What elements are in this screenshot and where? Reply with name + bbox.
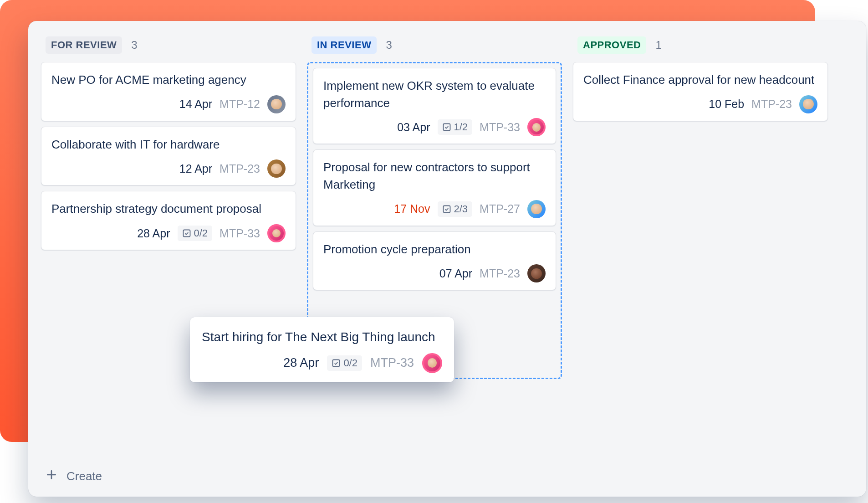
due-date: 12 Apr: [179, 162, 212, 175]
card-list: New PO for ACME marketing agency 14 Apr …: [41, 62, 296, 250]
column-approved: APPROVED 1 Collect Finance approval for …: [573, 34, 828, 488]
ticket-key: MTP-33: [480, 121, 520, 134]
checklist-badge: 1/2: [438, 119, 473, 135]
create-label: Create: [66, 469, 102, 483]
due-date: 07 Apr: [439, 267, 472, 280]
dragging-card[interactable]: Start hiring for The Next Big Thing laun…: [190, 317, 454, 382]
assignee-avatar[interactable]: [267, 95, 286, 113]
assignee-avatar[interactable]: [267, 159, 286, 178]
checklist-icon: [442, 123, 451, 132]
kanban-board: FOR REVIEW 3 New PO for ACME marketing a…: [28, 21, 866, 497]
column-header[interactable]: IN REVIEW 3: [307, 34, 562, 62]
card-title: New PO for ACME marketing agency: [51, 72, 286, 89]
card-title: Implement new OKR system to evaluate per…: [323, 77, 546, 112]
assignee-avatar[interactable]: [527, 200, 546, 218]
card-title: Partnership strategy document proposal: [51, 200, 286, 218]
ticket-key: MTP-23: [751, 98, 792, 111]
kanban-card[interactable]: Implement new OKR system to evaluate per…: [313, 68, 556, 144]
column-title-badge: APPROVED: [577, 36, 646, 54]
kanban-card[interactable]: Proposal for new contractors to support …: [313, 149, 556, 226]
kanban-card[interactable]: Partnership strategy document proposal 2…: [41, 191, 296, 250]
card-title: Start hiring for The Next Big Thing laun…: [202, 328, 442, 347]
card-title: Proposal for new contractors to support …: [323, 159, 546, 193]
kanban-card[interactable]: Collaborate with IT for hardware 12 Apr …: [41, 127, 296, 186]
ticket-key: MTP-27: [480, 202, 520, 216]
column-header[interactable]: APPROVED 1: [573, 34, 828, 62]
kanban-card[interactable]: Collect Finance approval for new headcou…: [573, 62, 828, 121]
card-title: Collect Finance approval for new headcou…: [583, 72, 817, 89]
due-date: 28 Apr: [283, 356, 319, 370]
column-count: 3: [386, 39, 392, 51]
column-title-badge: FOR REVIEW: [46, 36, 122, 54]
checklist-badge: 2/3: [438, 201, 473, 217]
kanban-card[interactable]: Promotion cycle preparation 07 Apr MTP-2…: [313, 231, 556, 291]
assignee-avatar[interactable]: [527, 264, 546, 282]
due-date: 28 Apr: [137, 227, 170, 240]
checklist-count: 2/3: [454, 203, 468, 215]
ticket-key: MTP-33: [220, 227, 260, 240]
checklist-badge: 0/2: [178, 226, 213, 241]
ticket-key: MTP-12: [220, 98, 260, 111]
checklist-icon: [332, 359, 341, 368]
ticket-key: MTP-33: [370, 356, 414, 370]
checklist-badge: 0/2: [327, 355, 362, 371]
column-count: 1: [655, 39, 661, 51]
svg-rect-0: [183, 230, 190, 237]
checklist-count: 0/2: [194, 227, 208, 239]
due-date: 03 Apr: [397, 121, 430, 134]
svg-rect-3: [333, 359, 340, 366]
assignee-avatar[interactable]: [527, 118, 546, 136]
svg-rect-1: [443, 124, 450, 131]
column-count: 3: [131, 39, 137, 51]
column-in-review: IN REVIEW 3 Implement new OKR system to …: [307, 34, 562, 488]
due-date: 14 Apr: [179, 98, 212, 111]
assignee-avatar[interactable]: [267, 224, 286, 242]
card-title: Promotion cycle preparation: [323, 241, 546, 258]
ticket-key: MTP-23: [220, 162, 260, 175]
card-list: Collect Finance approval for new headcou…: [573, 62, 828, 121]
column-for-review: FOR REVIEW 3 New PO for ACME marketing a…: [41, 34, 296, 488]
due-date: 17 Nov: [394, 202, 430, 216]
assignee-avatar[interactable]: [422, 353, 442, 373]
due-date: 10 Feb: [709, 98, 744, 111]
plus-icon: [46, 469, 57, 484]
card-title: Collaborate with IT for hardware: [51, 136, 286, 154]
svg-rect-2: [443, 205, 450, 212]
ticket-key: MTP-23: [480, 267, 520, 280]
assignee-avatar[interactable]: [799, 95, 817, 113]
create-button[interactable]: Create: [41, 466, 107, 487]
checklist-icon: [442, 205, 451, 214]
column-header[interactable]: FOR REVIEW 3: [41, 34, 296, 62]
checklist-count: 0/2: [343, 357, 357, 369]
kanban-card[interactable]: New PO for ACME marketing agency 14 Apr …: [41, 62, 296, 121]
column-title-badge: IN REVIEW: [311, 36, 377, 54]
checklist-icon: [182, 229, 191, 238]
checklist-count: 1/2: [454, 121, 468, 133]
